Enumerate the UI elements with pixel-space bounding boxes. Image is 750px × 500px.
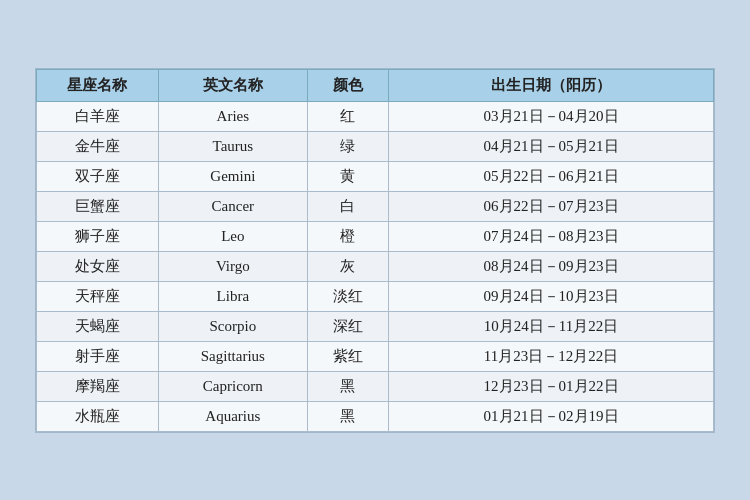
cell-en: Libra — [158, 281, 307, 311]
table-row: 金牛座Taurus绿04月21日－05月21日 — [37, 131, 714, 161]
cell-en: Scorpio — [158, 311, 307, 341]
table-row: 摩羯座Capricorn黑12月23日－01月22日 — [37, 371, 714, 401]
cell-en: Taurus — [158, 131, 307, 161]
header-color: 颜色 — [307, 69, 388, 101]
cell-color: 白 — [307, 191, 388, 221]
table-row: 射手座Sagittarius紫红11月23日－12月22日 — [37, 341, 714, 371]
cell-date: 09月24日－10月23日 — [389, 281, 714, 311]
cell-date: 08月24日－09月23日 — [389, 251, 714, 281]
table-row: 双子座Gemini黄05月22日－06月21日 — [37, 161, 714, 191]
cell-date: 04月21日－05月21日 — [389, 131, 714, 161]
cell-cn: 处女座 — [37, 251, 159, 281]
cell-en: Gemini — [158, 161, 307, 191]
cell-color: 红 — [307, 101, 388, 131]
cell-date: 12月23日－01月22日 — [389, 371, 714, 401]
cell-cn: 射手座 — [37, 341, 159, 371]
table-row: 天秤座Libra淡红09月24日－10月23日 — [37, 281, 714, 311]
cell-color: 灰 — [307, 251, 388, 281]
table-row: 巨蟹座Cancer白06月22日－07月23日 — [37, 191, 714, 221]
cell-cn: 摩羯座 — [37, 371, 159, 401]
cell-color: 橙 — [307, 221, 388, 251]
cell-en: Virgo — [158, 251, 307, 281]
cell-color: 淡红 — [307, 281, 388, 311]
table-header-row: 星座名称 英文名称 颜色 出生日期（阳历） — [37, 69, 714, 101]
cell-date: 05月22日－06月21日 — [389, 161, 714, 191]
table-row: 天蝎座Scorpio深红10月24日－11月22日 — [37, 311, 714, 341]
cell-color: 绿 — [307, 131, 388, 161]
zodiac-table-container: 星座名称 英文名称 颜色 出生日期（阳历） 白羊座Aries红03月21日－04… — [35, 68, 715, 433]
header-en: 英文名称 — [158, 69, 307, 101]
cell-date: 07月24日－08月23日 — [389, 221, 714, 251]
cell-cn: 水瓶座 — [37, 401, 159, 431]
cell-date: 06月22日－07月23日 — [389, 191, 714, 221]
cell-en: Leo — [158, 221, 307, 251]
cell-en: Aquarius — [158, 401, 307, 431]
cell-color: 黄 — [307, 161, 388, 191]
cell-en: Sagittarius — [158, 341, 307, 371]
cell-cn: 金牛座 — [37, 131, 159, 161]
table-row: 水瓶座Aquarius黑01月21日－02月19日 — [37, 401, 714, 431]
cell-cn: 巨蟹座 — [37, 191, 159, 221]
cell-en: Aries — [158, 101, 307, 131]
cell-cn: 天蝎座 — [37, 311, 159, 341]
cell-cn: 狮子座 — [37, 221, 159, 251]
cell-date: 01月21日－02月19日 — [389, 401, 714, 431]
table-row: 狮子座Leo橙07月24日－08月23日 — [37, 221, 714, 251]
cell-cn: 天秤座 — [37, 281, 159, 311]
cell-color: 紫红 — [307, 341, 388, 371]
cell-date: 11月23日－12月22日 — [389, 341, 714, 371]
cell-color: 黑 — [307, 371, 388, 401]
cell-color: 深红 — [307, 311, 388, 341]
cell-date: 10月24日－11月22日 — [389, 311, 714, 341]
header-date: 出生日期（阳历） — [389, 69, 714, 101]
cell-color: 黑 — [307, 401, 388, 431]
cell-en: Cancer — [158, 191, 307, 221]
header-cn: 星座名称 — [37, 69, 159, 101]
table-row: 白羊座Aries红03月21日－04月20日 — [37, 101, 714, 131]
zodiac-table: 星座名称 英文名称 颜色 出生日期（阳历） 白羊座Aries红03月21日－04… — [36, 69, 714, 432]
cell-cn: 白羊座 — [37, 101, 159, 131]
cell-date: 03月21日－04月20日 — [389, 101, 714, 131]
cell-en: Capricorn — [158, 371, 307, 401]
table-row: 处女座Virgo灰08月24日－09月23日 — [37, 251, 714, 281]
cell-cn: 双子座 — [37, 161, 159, 191]
